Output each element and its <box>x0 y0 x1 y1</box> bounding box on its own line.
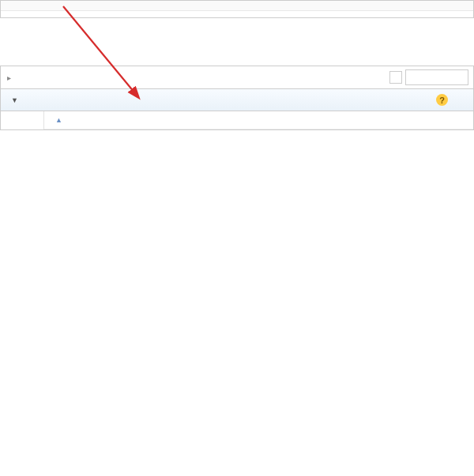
sort-caret-icon: ▲ <box>55 116 62 124</box>
chevron-down-icon: ▼ <box>11 96 18 104</box>
col-header-size[interactable] <box>394 116 457 124</box>
left-info-pane <box>1 111 44 129</box>
crumb-sep-icon: ▸ <box>6 73 13 82</box>
open-button[interactable]: ▼ <box>9 96 18 104</box>
list-column-headers: ▲ <box>44 111 473 129</box>
search-input[interactable] <box>405 69 468 85</box>
help-icon[interactable]: ? <box>436 94 448 106</box>
refresh-icon[interactable] <box>389 71 402 84</box>
file-list: ▲ <box>44 111 473 129</box>
col-header-name[interactable]: ▲ <box>51 116 224 124</box>
col-header-type[interactable] <box>315 116 394 124</box>
svg-line-0 <box>63 6 138 97</box>
col-header-date[interactable] <box>224 116 315 124</box>
address-search-group <box>389 69 468 85</box>
file-explorer-main: ▲ <box>0 111 474 130</box>
annotation-arrow-zone <box>0 18 474 66</box>
